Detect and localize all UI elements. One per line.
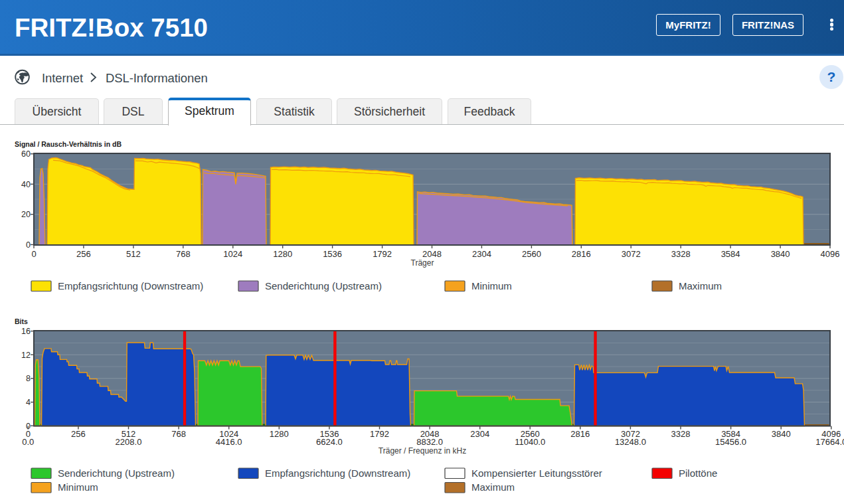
svg-text:2816: 2816 [572,249,591,259]
svg-text:0: 0 [31,249,36,259]
svg-text:Minimum: Minimum [58,481,98,493]
svg-text:2304: 2304 [472,249,491,259]
svg-text:20: 20 [21,210,31,219]
svg-text:12: 12 [21,351,31,360]
svg-text:768: 768 [171,429,186,439]
svg-text:Maximum: Maximum [679,280,722,292]
svg-text:3840: 3840 [772,429,791,439]
svg-text:1024: 1024 [223,249,242,259]
svg-text:6624.0: 6624.0 [316,437,343,447]
svg-text:Maximum: Maximum [471,481,515,493]
svg-text:0.0: 0.0 [22,437,34,447]
svg-text:40: 40 [21,180,31,189]
svg-text:4: 4 [26,398,31,407]
svg-text:768: 768 [176,249,191,259]
svg-text:15456.0: 15456.0 [715,437,746,447]
svg-text:256: 256 [71,429,86,439]
svg-text:Empfangsrichtung (Downstream): Empfangsrichtung (Downstream) [58,280,203,292]
svg-text:3072: 3072 [622,249,641,259]
svg-text:Empfangsrichtung (Downstream): Empfangsrichtung (Downstream) [265,467,410,479]
svg-text:Träger / Frequenz in kHz: Träger / Frequenz in kHz [379,446,466,456]
svg-text:2304: 2304 [470,429,489,439]
svg-text:1280: 1280 [270,429,289,439]
svg-text:2208.0: 2208.0 [116,437,142,447]
svg-text:1792: 1792 [373,249,392,259]
svg-text:0: 0 [26,240,31,250]
svg-text:3328: 3328 [671,249,691,259]
svg-text:4416.0: 4416.0 [216,437,242,447]
svg-text:17664.0: 17664.0 [815,437,844,447]
svg-text:Kompensierter Leitungsstörer: Kompensierter Leitungsstörer [471,467,602,479]
svg-text:Pilottöne: Pilottöne [679,467,717,479]
svg-text:512: 512 [126,249,141,259]
svg-text:2560: 2560 [522,249,541,259]
svg-text:11040.0: 11040.0 [515,437,545,447]
svg-text:Signal / Rausch-Verhältnis in: Signal / Rausch-Verhältnis in dB [15,140,122,148]
svg-text:2816: 2816 [570,429,590,439]
svg-text:60: 60 [21,149,31,159]
svg-text:3840: 3840 [771,249,790,259]
svg-text:Bits: Bits [15,317,28,325]
svg-text:1792: 1792 [370,429,389,439]
svg-text:3584: 3584 [721,249,740,259]
svg-text:256: 256 [76,249,91,259]
svg-text:13248.0: 13248.0 [615,437,646,447]
svg-text:0: 0 [26,422,31,431]
svg-text:Träger: Träger [411,258,434,268]
svg-text:3328: 3328 [671,429,691,439]
svg-text:1280: 1280 [273,249,292,259]
svg-text:2048: 2048 [422,249,442,259]
svg-text:Senderichtung (Upstream): Senderichtung (Upstream) [265,280,382,292]
svg-text:1536: 1536 [323,249,342,259]
svg-text:Minimum: Minimum [471,280,512,292]
svg-text:8: 8 [26,374,31,383]
svg-text:4096: 4096 [821,249,840,259]
svg-text:16: 16 [21,327,31,336]
svg-text:Senderichtung (Upstream): Senderichtung (Upstream) [58,467,175,479]
